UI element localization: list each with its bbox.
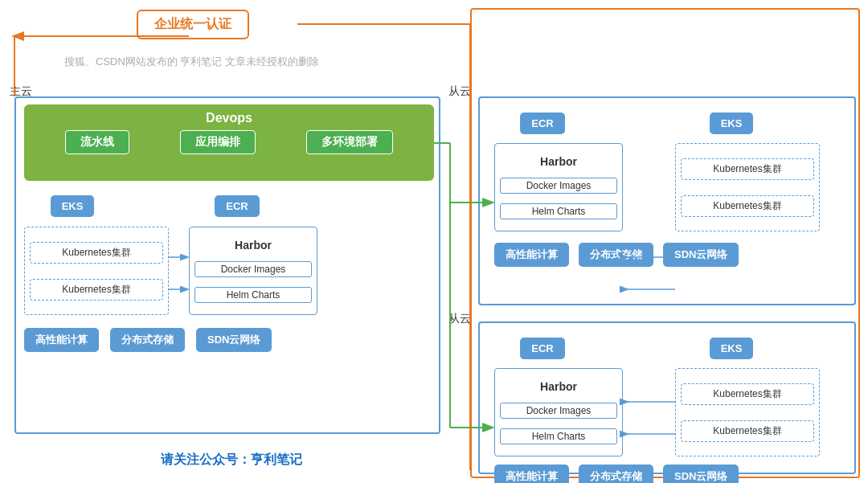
s1-network-btn: SDN云网络 bbox=[663, 243, 739, 267]
k8s-group-main: Kubernetes集群 Kubernetes集群 bbox=[24, 227, 169, 315]
auth-box: 企业统一认证 bbox=[137, 10, 249, 39]
eks-s2-btn: EKS bbox=[710, 338, 754, 359]
ecr-s2: ECR bbox=[494, 334, 591, 362]
ecr-main: ECR bbox=[189, 191, 285, 220]
k8s-s2-2: Kubernetes集群 bbox=[681, 420, 814, 442]
docker-images-s2: Docker Images bbox=[500, 403, 617, 419]
devops-item-pipeline: 流水线 bbox=[65, 130, 129, 154]
main-storage-btn: 分布式存储 bbox=[110, 328, 185, 352]
s2-network-btn: SDN云网络 bbox=[663, 465, 739, 483]
ecr-s1: ECR bbox=[494, 108, 591, 137]
harbor-s1-label: Harbor bbox=[540, 155, 577, 168]
k8s-main-1: Kubernetes集群 bbox=[30, 242, 163, 264]
k8s-main-2: Kubernetes集群 bbox=[30, 279, 163, 301]
docker-images-main: Docker Images bbox=[194, 261, 312, 277]
docker-images-s1: Docker Images bbox=[500, 178, 617, 194]
k8s-s1: Kubernetes集群 Kubernetes集群 bbox=[675, 143, 820, 231]
bottom-row-s2: 高性能计算 分布式存储 SDN云网络 bbox=[494, 465, 848, 483]
devops-title: Devops bbox=[24, 104, 434, 130]
auth-label: 企业统一认证 bbox=[154, 17, 231, 31]
s2-compute-btn: 高性能计算 bbox=[494, 465, 569, 483]
eks-main-btn: EKS bbox=[51, 195, 95, 217]
subscribe-notice: 请关注公众号：亨利笔记 bbox=[161, 452, 302, 469]
main-network-btn: SDN云网络 bbox=[196, 328, 272, 352]
ecr-s1-btn: ECR bbox=[520, 113, 564, 134]
k8s-s1-2: Kubernetes集群 bbox=[681, 195, 814, 217]
main-compute-btn: 高性能计算 bbox=[24, 328, 99, 352]
helm-charts-s1: Helm Charts bbox=[500, 203, 617, 219]
ecr-s2-btn: ECR bbox=[520, 338, 564, 359]
bottom-row-main: 高性能计算 分布式存储 SDN云网络 bbox=[24, 328, 434, 352]
eks-s1-btn: EKS bbox=[710, 113, 754, 134]
bottom-row-s1: 高性能计算 分布式存储 SDN云网络 bbox=[494, 243, 848, 267]
eks-s1: EKS bbox=[683, 108, 780, 137]
ecr-main-btn: ECR bbox=[215, 195, 259, 217]
harbor-main-label: Harbor bbox=[235, 239, 272, 252]
k8s-s2: Kubernetes集群 Kubernetes集群 bbox=[675, 368, 820, 456]
k8s-s1-1: Kubernetes集群 bbox=[681, 158, 814, 180]
label-cong1: 从云 bbox=[448, 84, 471, 99]
s1-compute-btn: 高性能计算 bbox=[494, 243, 569, 267]
s1-storage-btn: 分布式存储 bbox=[579, 243, 653, 267]
devops-item-orchestrate: 应用编排 bbox=[180, 130, 256, 154]
harbor-s1: Harbor Docker Images Helm Charts bbox=[494, 143, 623, 231]
harbor-main: Harbor Docker Images Helm Charts bbox=[189, 227, 317, 315]
devops-box: Devops 流水线 应用编排 多环境部署 bbox=[24, 104, 434, 181]
helm-charts-s2: Helm Charts bbox=[500, 428, 617, 444]
helm-charts-main: Helm Charts bbox=[194, 287, 312, 303]
label-cong2: 从云 bbox=[448, 312, 471, 326]
harbor-s2: Harbor Docker Images Helm Charts bbox=[494, 368, 623, 456]
harbor-s2-label: Harbor bbox=[540, 380, 577, 393]
devops-items: 流水线 应用编排 多环境部署 bbox=[24, 130, 434, 154]
eks-s2: EKS bbox=[683, 334, 780, 362]
devops-item-deploy: 多环境部署 bbox=[306, 130, 393, 154]
s2-storage-btn: 分布式存储 bbox=[579, 465, 653, 483]
k8s-s2-1: Kubernetes集群 bbox=[681, 383, 814, 405]
diagram-container: 企业统一认证 搜狐、CSDN网站发布的 亨利笔记 文章未经授权的删除 主云 从云… bbox=[0, 0, 868, 483]
watermark: 搜狐、CSDN网站发布的 亨利笔记 文章未经授权的删除 bbox=[64, 55, 319, 69]
eks-main: EKS bbox=[24, 191, 121, 220]
